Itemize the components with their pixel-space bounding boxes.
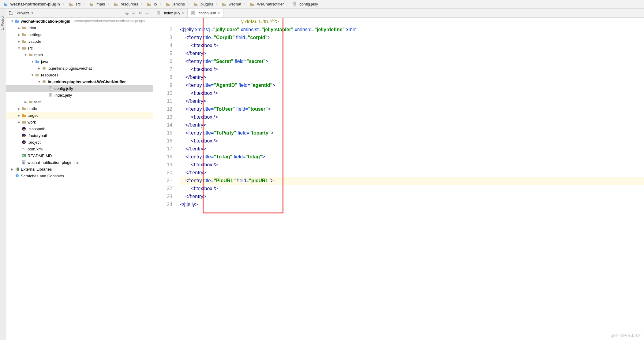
tree-node[interactable]: External Libraries — [6, 166, 153, 172]
code-line[interactable]: <f:entry title="Secret" field="secret"> — [180, 57, 644, 65]
code-line[interactable]: </f:entry> — [180, 145, 644, 153]
tree-arrow-icon[interactable] — [17, 40, 21, 43]
tree-node[interactable]: io.jenkins.plugins.wechat.WeChatNotifier — [6, 78, 153, 85]
breadcrumb-item[interactable]: main — [88, 1, 106, 7]
breadcrumb-item[interactable]: plugins — [192, 1, 214, 7]
breadcrumb-item[interactable]: resources — [112, 1, 139, 7]
close-icon[interactable]: × — [218, 11, 220, 15]
code-line[interactable]: </f:entry> — [180, 121, 644, 129]
code-line[interactable]: <j:jelly xmlns:j="jelly:core" xmlns:st="… — [180, 26, 644, 34]
svg-rect-6 — [49, 87, 52, 90]
tree-arrow-icon[interactable] — [17, 33, 21, 36]
tree-node[interactable]: work — [6, 119, 153, 125]
tree-node[interactable]: main — [6, 51, 153, 58]
tree-node[interactable]: java — [6, 58, 153, 65]
breadcrumb-item[interactable]: WeChatNotifier — [248, 1, 285, 7]
tree-arrow-icon[interactable] — [17, 107, 21, 110]
editor-tab[interactable]: config.jelly× — [188, 9, 223, 17]
breadcrumb-item[interactable]: wechat-notification-plugin — [2, 1, 61, 7]
code-line[interactable]: </f:entry> — [180, 193, 644, 201]
minimize-icon[interactable]: — — [144, 10, 150, 17]
breadcrumb-item[interactable]: io — [145, 1, 158, 7]
tree-node[interactable]: Scratches and Consoles — [6, 172, 153, 179]
line-gutter: 23456789101112131415161718192021222324 — [153, 18, 178, 340]
tree-node[interactable]: resources — [6, 72, 153, 78]
tree-arrow-icon[interactable] — [30, 60, 35, 63]
code-line[interactable]: </f:entry> — [180, 169, 644, 177]
code-line[interactable]: <f:entry title="ToUser" field="touser"> — [180, 105, 644, 113]
tree-arrow-icon[interactable] — [17, 46, 21, 50]
dropdown-icon[interactable]: ▼ — [31, 11, 34, 15]
gear-icon[interactable]: ⚙ — [137, 10, 144, 17]
tree-arrow-icon[interactable] — [17, 120, 21, 124]
tree-node[interactable]: config.jelly — [6, 85, 153, 92]
editor-tab[interactable]: index.jelly× — [153, 9, 188, 17]
tree-arrow-icon[interactable] — [23, 53, 28, 57]
tree-arrow-icon[interactable] — [37, 67, 42, 70]
svg-text:m: m — [22, 147, 24, 151]
tree-node[interactable]: io.jenkins.plugins.wechat — [6, 65, 153, 72]
breadcrumb-label: main — [96, 2, 105, 6]
tree-node[interactable]: .vscode — [6, 38, 153, 45]
code-line[interactable]: <f:textbox /> — [180, 161, 644, 169]
tree-node[interactable]: .factorypath — [6, 132, 153, 139]
breadcrumb-item[interactable]: wechat — [220, 1, 242, 7]
code-line[interactable]: </f:entry> — [180, 50, 644, 57]
close-icon[interactable]: × — [182, 11, 185, 15]
tree-node[interactable]: target — [6, 112, 153, 119]
tree-node[interactable]: .classpath — [6, 125, 153, 132]
code-line[interactable]: <f:textbox /> — [180, 113, 644, 121]
locate-icon[interactable]: ◎ — [123, 10, 130, 17]
breadcrumb-label: wechat — [229, 2, 241, 6]
tree-arrow-icon[interactable] — [10, 168, 15, 171]
tree-node[interactable]: test — [6, 98, 153, 105]
code-line[interactable]: <f:entry title="PicURL" field="picURL"> — [180, 177, 644, 185]
tree-node[interactable]: .project — [6, 139, 153, 146]
tree-arrow-icon[interactable] — [10, 20, 15, 23]
tree-node[interactable]: wechat-notification-plugin.iml — [6, 159, 153, 166]
tree-node[interactable]: index.jelly — [6, 92, 153, 98]
breadcrumb-item[interactable]: config.jelly — [291, 1, 319, 7]
code-content[interactable]: y-default='true'?><j:jelly xmlns:j="jell… — [178, 18, 644, 340]
code-line[interactable]: </f:entry> — [180, 97, 644, 105]
breadcrumb[interactable]: wechat-notification-plugin〉src〉main〉reso… — [0, 0, 644, 9]
tree-arrow-icon[interactable] — [30, 73, 35, 77]
code-line[interactable]: <f:textbox /> — [180, 185, 644, 193]
project-tree[interactable]: wechat-notification-plugin~/workspace/ot… — [6, 18, 153, 340]
code-line[interactable]: </j:jelly> — [180, 201, 644, 209]
tree-node[interactable]: .idea — [6, 24, 153, 31]
tree-node[interactable]: static — [6, 105, 153, 112]
tree-arrow-icon[interactable] — [37, 80, 42, 83]
code-line[interactable]: <f:entry title="ToTag" field="totag"> — [180, 153, 644, 161]
chevron-right-icon: 〉 — [159, 2, 163, 6]
tree-arrow-icon[interactable] — [23, 100, 28, 104]
tool-strip-label[interactable]: 1: Project — [1, 16, 4, 30]
tree-label: Scratches and Consoles — [21, 174, 64, 178]
tree-label: target — [28, 113, 38, 118]
code-line[interactable]: <f:textbox /> — [180, 42, 644, 50]
tab-label: config.jelly — [199, 11, 216, 15]
tree-node[interactable]: .settings — [6, 31, 153, 38]
breadcrumb-item[interactable]: jenkins — [164, 1, 186, 7]
svg-point-5 — [43, 80, 46, 83]
code-line[interactable]: <f:entry title="AgentID" field="agentid"… — [180, 81, 644, 89]
tool-strip-left[interactable]: 1: Project — [0, 9, 6, 340]
tree-node[interactable]: MDREADME.MD — [6, 152, 153, 159]
editor-area: index.jelly×config.jelly× 23456789101112… — [153, 9, 644, 340]
code-line[interactable]: </f:entry> — [180, 73, 644, 81]
code-line[interactable]: <f:entry title="CorpID" field="corpid"> — [180, 34, 644, 42]
code-line[interactable]: <f:entry title="ToParty" field="toparty"… — [180, 129, 644, 137]
code-line[interactable]: <f:textbox /> — [180, 89, 644, 97]
tree-arrow-icon[interactable] — [17, 26, 21, 30]
tree-node[interactable]: src — [6, 45, 153, 51]
collapse-icon[interactable]: ⇊ — [130, 10, 137, 17]
code-line[interactable]: <f:textbox /> — [180, 65, 644, 73]
breadcrumb-item[interactable]: src — [67, 1, 82, 7]
code-line[interactable]: <f:textbox /> — [180, 137, 644, 145]
tree-node[interactable]: mpom.xml — [6, 146, 153, 152]
code-viewport[interactable]: 23456789101112131415161718192021222324 y… — [153, 18, 644, 340]
editor-tabs[interactable]: index.jelly×config.jelly× — [153, 9, 644, 18]
tree-label: io.jenkins.plugins.wechat — [48, 66, 92, 71]
tree-arrow-icon[interactable] — [17, 114, 21, 117]
tree-node[interactable]: wechat-notification-plugin~/workspace/ot… — [6, 18, 153, 24]
